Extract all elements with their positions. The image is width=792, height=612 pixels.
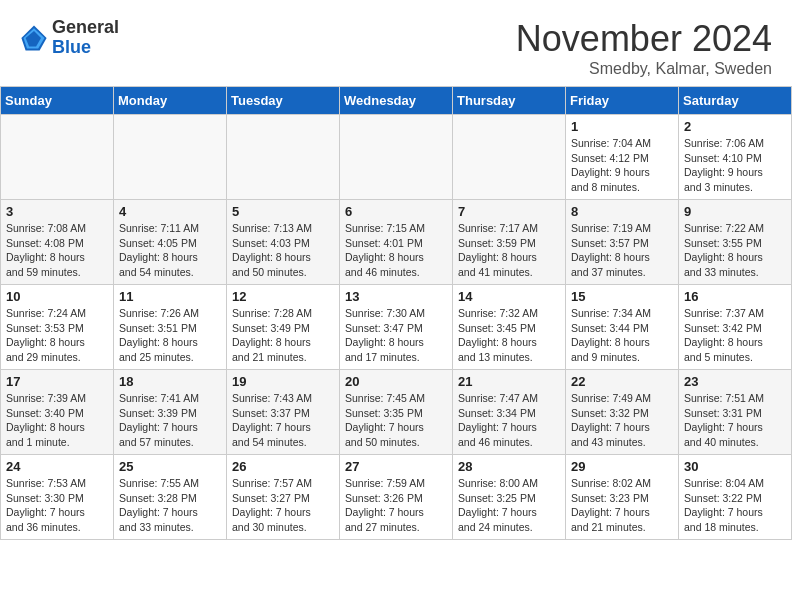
day-number: 24 <box>6 459 108 474</box>
day-info: Sunrise: 8:00 AM Sunset: 3:25 PM Dayligh… <box>458 476 560 535</box>
calendar-day-cell: 9Sunrise: 7:22 AM Sunset: 3:55 PM Daylig… <box>679 200 792 285</box>
calendar-day-cell: 8Sunrise: 7:19 AM Sunset: 3:57 PM Daylig… <box>566 200 679 285</box>
calendar-week-row: 17Sunrise: 7:39 AM Sunset: 3:40 PM Dayli… <box>1 370 792 455</box>
location-title: Smedby, Kalmar, Sweden <box>516 60 772 78</box>
calendar-week-row: 10Sunrise: 7:24 AM Sunset: 3:53 PM Dayli… <box>1 285 792 370</box>
weekday-header: Tuesday <box>227 87 340 115</box>
day-info: Sunrise: 7:51 AM Sunset: 3:31 PM Dayligh… <box>684 391 786 450</box>
title-block: November 2024 Smedby, Kalmar, Sweden <box>516 18 772 78</box>
calendar-day-cell: 6Sunrise: 7:15 AM Sunset: 4:01 PM Daylig… <box>340 200 453 285</box>
day-info: Sunrise: 7:43 AM Sunset: 3:37 PM Dayligh… <box>232 391 334 450</box>
month-title: November 2024 <box>516 18 772 60</box>
day-info: Sunrise: 7:17 AM Sunset: 3:59 PM Dayligh… <box>458 221 560 280</box>
calendar-day-cell: 2Sunrise: 7:06 AM Sunset: 4:10 PM Daylig… <box>679 115 792 200</box>
day-info: Sunrise: 7:13 AM Sunset: 4:03 PM Dayligh… <box>232 221 334 280</box>
calendar-day-cell: 10Sunrise: 7:24 AM Sunset: 3:53 PM Dayli… <box>1 285 114 370</box>
calendar-day-cell: 1Sunrise: 7:04 AM Sunset: 4:12 PM Daylig… <box>566 115 679 200</box>
day-info: Sunrise: 7:06 AM Sunset: 4:10 PM Dayligh… <box>684 136 786 195</box>
weekday-header: Wednesday <box>340 87 453 115</box>
day-info: Sunrise: 7:55 AM Sunset: 3:28 PM Dayligh… <box>119 476 221 535</box>
day-number: 18 <box>119 374 221 389</box>
day-number: 22 <box>571 374 673 389</box>
calendar-day-cell <box>227 115 340 200</box>
day-number: 2 <box>684 119 786 134</box>
calendar-day-cell <box>1 115 114 200</box>
calendar-day-cell: 29Sunrise: 8:02 AM Sunset: 3:23 PM Dayli… <box>566 455 679 540</box>
day-info: Sunrise: 7:08 AM Sunset: 4:08 PM Dayligh… <box>6 221 108 280</box>
day-number: 26 <box>232 459 334 474</box>
day-info: Sunrise: 7:26 AM Sunset: 3:51 PM Dayligh… <box>119 306 221 365</box>
calendar-day-cell: 4Sunrise: 7:11 AM Sunset: 4:05 PM Daylig… <box>114 200 227 285</box>
weekday-header: Thursday <box>453 87 566 115</box>
calendar-day-cell: 14Sunrise: 7:32 AM Sunset: 3:45 PM Dayli… <box>453 285 566 370</box>
calendar-week-row: 1Sunrise: 7:04 AM Sunset: 4:12 PM Daylig… <box>1 115 792 200</box>
calendar-day-cell: 5Sunrise: 7:13 AM Sunset: 4:03 PM Daylig… <box>227 200 340 285</box>
calendar-header-row: SundayMondayTuesdayWednesdayThursdayFrid… <box>1 87 792 115</box>
day-info: Sunrise: 7:39 AM Sunset: 3:40 PM Dayligh… <box>6 391 108 450</box>
day-info: Sunrise: 8:04 AM Sunset: 3:22 PM Dayligh… <box>684 476 786 535</box>
calendar-table: SundayMondayTuesdayWednesdayThursdayFrid… <box>0 86 792 540</box>
day-info: Sunrise: 7:47 AM Sunset: 3:34 PM Dayligh… <box>458 391 560 450</box>
calendar-day-cell: 25Sunrise: 7:55 AM Sunset: 3:28 PM Dayli… <box>114 455 227 540</box>
day-number: 11 <box>119 289 221 304</box>
day-number: 4 <box>119 204 221 219</box>
calendar-day-cell: 19Sunrise: 7:43 AM Sunset: 3:37 PM Dayli… <box>227 370 340 455</box>
day-info: Sunrise: 7:45 AM Sunset: 3:35 PM Dayligh… <box>345 391 447 450</box>
day-number: 7 <box>458 204 560 219</box>
day-info: Sunrise: 7:41 AM Sunset: 3:39 PM Dayligh… <box>119 391 221 450</box>
day-number: 15 <box>571 289 673 304</box>
day-number: 13 <box>345 289 447 304</box>
day-info: Sunrise: 7:49 AM Sunset: 3:32 PM Dayligh… <box>571 391 673 450</box>
calendar-day-cell: 23Sunrise: 7:51 AM Sunset: 3:31 PM Dayli… <box>679 370 792 455</box>
day-info: Sunrise: 7:34 AM Sunset: 3:44 PM Dayligh… <box>571 306 673 365</box>
logo: General Blue <box>20 18 119 58</box>
calendar-day-cell: 15Sunrise: 7:34 AM Sunset: 3:44 PM Dayli… <box>566 285 679 370</box>
calendar-day-cell <box>340 115 453 200</box>
day-number: 19 <box>232 374 334 389</box>
calendar-day-cell <box>453 115 566 200</box>
calendar-day-cell: 22Sunrise: 7:49 AM Sunset: 3:32 PM Dayli… <box>566 370 679 455</box>
day-info: Sunrise: 7:04 AM Sunset: 4:12 PM Dayligh… <box>571 136 673 195</box>
weekday-header: Friday <box>566 87 679 115</box>
logo-blue-text: Blue <box>52 37 91 57</box>
day-number: 5 <box>232 204 334 219</box>
day-number: 9 <box>684 204 786 219</box>
day-number: 1 <box>571 119 673 134</box>
day-info: Sunrise: 7:19 AM Sunset: 3:57 PM Dayligh… <box>571 221 673 280</box>
calendar-day-cell: 21Sunrise: 7:47 AM Sunset: 3:34 PM Dayli… <box>453 370 566 455</box>
day-number: 6 <box>345 204 447 219</box>
day-number: 3 <box>6 204 108 219</box>
day-info: Sunrise: 7:22 AM Sunset: 3:55 PM Dayligh… <box>684 221 786 280</box>
calendar-day-cell: 7Sunrise: 7:17 AM Sunset: 3:59 PM Daylig… <box>453 200 566 285</box>
day-number: 17 <box>6 374 108 389</box>
day-info: Sunrise: 7:28 AM Sunset: 3:49 PM Dayligh… <box>232 306 334 365</box>
day-info: Sunrise: 7:57 AM Sunset: 3:27 PM Dayligh… <box>232 476 334 535</box>
weekday-header: Sunday <box>1 87 114 115</box>
calendar-day-cell: 27Sunrise: 7:59 AM Sunset: 3:26 PM Dayli… <box>340 455 453 540</box>
calendar-week-row: 3Sunrise: 7:08 AM Sunset: 4:08 PM Daylig… <box>1 200 792 285</box>
calendar-week-row: 24Sunrise: 7:53 AM Sunset: 3:30 PM Dayli… <box>1 455 792 540</box>
day-info: Sunrise: 7:11 AM Sunset: 4:05 PM Dayligh… <box>119 221 221 280</box>
day-number: 20 <box>345 374 447 389</box>
day-info: Sunrise: 7:37 AM Sunset: 3:42 PM Dayligh… <box>684 306 786 365</box>
day-number: 12 <box>232 289 334 304</box>
calendar-day-cell: 18Sunrise: 7:41 AM Sunset: 3:39 PM Dayli… <box>114 370 227 455</box>
day-info: Sunrise: 7:53 AM Sunset: 3:30 PM Dayligh… <box>6 476 108 535</box>
calendar-day-cell: 16Sunrise: 7:37 AM Sunset: 3:42 PM Dayli… <box>679 285 792 370</box>
logo-general-text: General <box>52 17 119 37</box>
day-info: Sunrise: 8:02 AM Sunset: 3:23 PM Dayligh… <box>571 476 673 535</box>
day-info: Sunrise: 7:24 AM Sunset: 3:53 PM Dayligh… <box>6 306 108 365</box>
calendar-day-cell: 3Sunrise: 7:08 AM Sunset: 4:08 PM Daylig… <box>1 200 114 285</box>
calendar-day-cell: 13Sunrise: 7:30 AM Sunset: 3:47 PM Dayli… <box>340 285 453 370</box>
day-number: 29 <box>571 459 673 474</box>
day-info: Sunrise: 7:32 AM Sunset: 3:45 PM Dayligh… <box>458 306 560 365</box>
day-number: 21 <box>458 374 560 389</box>
day-info: Sunrise: 7:59 AM Sunset: 3:26 PM Dayligh… <box>345 476 447 535</box>
calendar-day-cell: 24Sunrise: 7:53 AM Sunset: 3:30 PM Dayli… <box>1 455 114 540</box>
calendar-day-cell: 20Sunrise: 7:45 AM Sunset: 3:35 PM Dayli… <box>340 370 453 455</box>
day-number: 16 <box>684 289 786 304</box>
calendar-day-cell: 17Sunrise: 7:39 AM Sunset: 3:40 PM Dayli… <box>1 370 114 455</box>
weekday-header: Saturday <box>679 87 792 115</box>
day-number: 25 <box>119 459 221 474</box>
logo-icon <box>20 24 48 52</box>
